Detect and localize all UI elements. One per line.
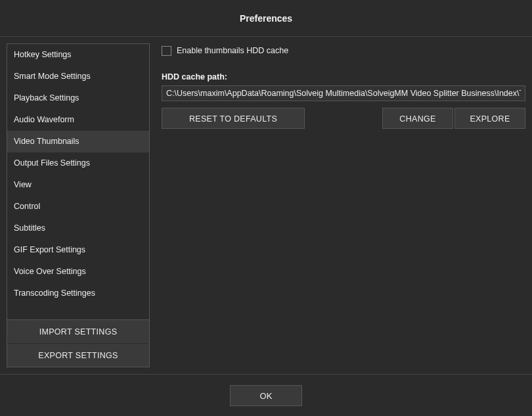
enable-cache-checkbox[interactable] (162, 46, 171, 56)
content-panel: Enable thumbnails HDD cache HDD cache pa… (162, 43, 525, 367)
sidebar-item-control[interactable]: Control (7, 196, 149, 218)
sidebar-item-label: GIF Export Settings (14, 245, 85, 254)
reset-to-defaults-button[interactable]: RESET TO DEFAULTS (162, 108, 305, 129)
sidebar-item-smart-mode-settings[interactable]: Smart Mode Settings (7, 66, 149, 87)
ok-button[interactable]: OK (230, 385, 302, 406)
export-settings-button[interactable]: EXPORT SETTINGS (7, 343, 149, 367)
sidebar-nav: Hotkey Settings Smart Mode Settings Play… (7, 44, 149, 319)
sidebar-item-label: Hotkey Settings (14, 50, 72, 59)
sidebar-item-view[interactable]: View (7, 174, 149, 196)
sidebar-item-voice-over-settings[interactable]: Voice Over Settings (7, 261, 149, 283)
sidebar-item-hotkey-settings[interactable]: Hotkey Settings (7, 44, 149, 66)
sidebar-item-label: Video Thumbnails (14, 137, 79, 146)
sidebar-item-gif-export-settings[interactable]: GIF Export Settings (7, 239, 149, 261)
import-settings-button[interactable]: IMPORT SETTINGS (7, 319, 149, 343)
sidebar-item-label: Output Files Settings (14, 158, 90, 168)
sidebar-item-output-files-settings[interactable]: Output Files Settings (7, 152, 149, 174)
sidebar-item-playback-settings[interactable]: Playback Settings (7, 87, 149, 109)
sidebar-item-label: Transcoding Settinges (14, 289, 95, 298)
footer: OK (0, 374, 532, 416)
window-body: Hotkey Settings Smart Mode Settings Play… (0, 37, 532, 367)
hdd-cache-path-input[interactable] (162, 85, 525, 101)
sidebar-item-label: Audio Waveform (14, 115, 74, 124)
hdd-cache-path-label: HDD cache path: (162, 72, 525, 81)
window-title: Preferences (240, 13, 292, 24)
sidebar-item-label: Playback Settings (14, 93, 79, 103)
sidebar-item-audio-waveform[interactable]: Audio Waveform (7, 109, 149, 131)
sidebar-item-video-thumbnails[interactable]: Video Thumbnails (7, 131, 149, 152)
title-bar: Preferences (0, 0, 532, 37)
sidebar-item-label: Smart Mode Settings (14, 72, 91, 81)
sidebar-bottom-buttons: IMPORT SETTINGS EXPORT SETTINGS (7, 319, 149, 367)
sidebar-item-transcoding-settings[interactable]: Transcoding Settinges (7, 283, 149, 304)
enable-cache-row: Enable thumbnails HDD cache (162, 43, 525, 58)
enable-cache-label: Enable thumbnails HDD cache (177, 46, 288, 55)
sidebar: Hotkey Settings Smart Mode Settings Play… (7, 43, 150, 367)
explore-button[interactable]: EXPLORE (454, 108, 525, 129)
sidebar-item-label: Voice Over Settings (14, 267, 86, 276)
sidebar-item-subtitles[interactable]: Subtitles (7, 218, 149, 239)
change-button[interactable]: CHANGE (382, 108, 453, 129)
sidebar-item-label: View (14, 180, 32, 189)
button-row: RESET TO DEFAULTS CHANGE EXPLORE (162, 108, 525, 129)
preferences-window: Preferences Hotkey Settings Smart Mode S… (0, 0, 532, 416)
sidebar-item-label: Control (14, 202, 40, 211)
spacer (306, 108, 381, 129)
sidebar-item-label: Subtitles (14, 223, 45, 233)
